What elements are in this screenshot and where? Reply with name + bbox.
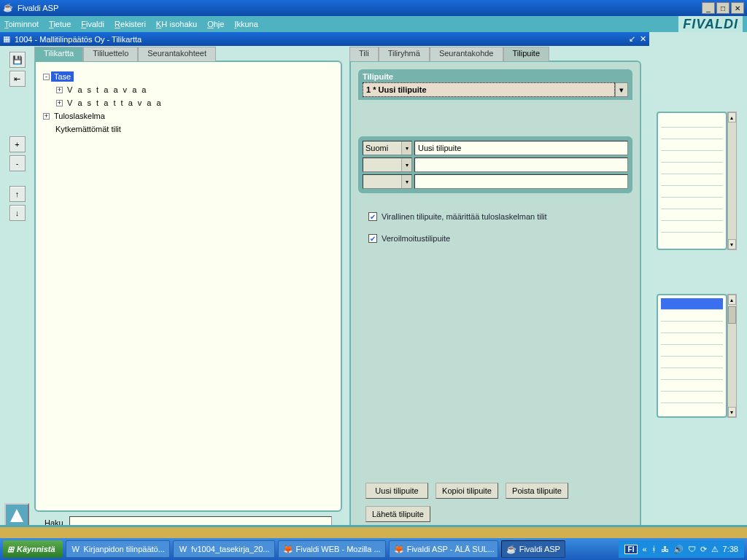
laheta-tilipuite-button[interactable]: Lähetä tilipuite bbox=[365, 506, 430, 522]
tab-tiliryhma[interactable]: Tiliryhmä bbox=[379, 47, 430, 61]
clock[interactable]: 7:38 bbox=[723, 545, 738, 553]
move-down-button[interactable]: ↓ bbox=[9, 205, 26, 221]
shield-icon[interactable]: ⚠ bbox=[711, 545, 719, 554]
tab-seurantakohde[interactable]: Seurantakohde bbox=[430, 47, 503, 61]
tilipuite-name-1[interactable] bbox=[414, 141, 628, 155]
save-button[interactable]: 💾 bbox=[9, 52, 26, 68]
start-button[interactable]: ⊞ Käynnistä bbox=[3, 540, 63, 558]
language-select-3[interactable]: ▾ bbox=[363, 174, 412, 189]
menu-ohje[interactable]: Ohje bbox=[207, 20, 224, 28]
checkbox-virallinen[interactable]: ✔ bbox=[368, 212, 377, 221]
floppy-icon: 💾 bbox=[12, 55, 23, 65]
arrow-up-icon: ↑ bbox=[15, 190, 20, 198]
import-button[interactable]: ⇤ bbox=[9, 71, 26, 87]
chevron-down-icon: ▾ bbox=[401, 175, 411, 188]
tab-tilipuite[interactable]: Tilipuite bbox=[503, 47, 550, 61]
firefox-icon: 🦊 bbox=[394, 544, 404, 554]
status-strip bbox=[0, 525, 747, 538]
tab-tili[interactable]: Tili bbox=[349, 47, 379, 61]
right-tabstrip: Tili Tiliryhmä Seurantakohde Tilipuite bbox=[349, 46, 641, 61]
close-button[interactable]: ✕ bbox=[731, 2, 744, 14]
tilipuite-panel: Tilipuite 1 * Uusi tilipuite ▾ Suomi▾ ▾ bbox=[349, 61, 641, 534]
poista-tilipuite-button[interactable]: Poista tilipuite bbox=[506, 483, 568, 499]
language-indicator[interactable]: FI bbox=[624, 545, 638, 554]
plus-button[interactable]: + bbox=[9, 136, 26, 152]
language-select-2[interactable]: ▾ bbox=[363, 158, 412, 172]
maximize-button[interactable]: □ bbox=[716, 2, 729, 14]
menu-rekisteri[interactable]: Rekisteri bbox=[115, 20, 146, 28]
checkbox-veroilmoitus[interactable]: ✔ bbox=[368, 234, 377, 243]
uusi-tilipuite-button[interactable]: Uusi tilipuite bbox=[365, 483, 428, 499]
scroll-down-icon[interactable]: ▾ bbox=[728, 239, 736, 249]
subwindow-title: 1004 - Mallitilinpäätös Oy - Tilikartta bbox=[15, 35, 142, 44]
firefox-icon: 🦊 bbox=[283, 544, 293, 554]
chevron-down-icon: ▾ bbox=[401, 158, 411, 171]
taskbar-task[interactable]: Wfv1004_tasekirja_20... bbox=[173, 540, 275, 558]
word-icon: W bbox=[178, 544, 188, 554]
chevron-down-icon: ▾ bbox=[401, 141, 411, 155]
scroll-down-icon[interactable]: ▾ bbox=[728, 407, 736, 417]
menu-fivaldi[interactable]: Fivaldi bbox=[81, 20, 104, 28]
windows-icon: ⊞ bbox=[7, 545, 14, 554]
brand-logo: FIVALDI bbox=[678, 16, 743, 32]
plus-icon: + bbox=[15, 140, 19, 149]
menu-tietue[interactable]: Tietue bbox=[49, 20, 71, 28]
tree-node-vastattavaa[interactable]: + V a s t a t t a v a a bbox=[56, 96, 333, 109]
scroll-up-icon[interactable]: ▴ bbox=[728, 295, 736, 305]
language-select-1[interactable]: Suomi▾ bbox=[363, 141, 412, 155]
tree-node-vastaavaa[interactable]: + V a s t a a v a a bbox=[56, 83, 333, 96]
taskbar: ⊞ Käynnistä WKirjanpidon tilinpäätö... W… bbox=[0, 538, 747, 560]
minus-icon: - bbox=[16, 159, 19, 168]
left-toolbar: 💾 ⇤ + - ↑ ↓ bbox=[0, 46, 34, 534]
tray-expand-icon[interactable]: « bbox=[642, 545, 646, 553]
window-title: Fivaldi ASP bbox=[18, 4, 58, 12]
kopioi-tilipuite-button[interactable]: Kopioi tilipuite bbox=[436, 483, 498, 499]
java-icon: ☕ bbox=[3, 3, 13, 13]
tab-tililuettelo[interactable]: Tililuettelo bbox=[83, 47, 138, 61]
tree-node-tuloslaskelma[interactable]: + Tuloslaskelma bbox=[43, 109, 333, 122]
left-tabstrip: Tilikartta Tililuettelo Seurantakohteet bbox=[34, 46, 342, 61]
arrow-down-icon: ↓ bbox=[15, 209, 20, 217]
network-icon[interactable]: 🖧 bbox=[661, 545, 669, 553]
tab-tilikartta[interactable]: Tilikartta bbox=[34, 47, 83, 61]
minus-button[interactable]: - bbox=[9, 155, 26, 171]
volume-icon[interactable]: 🔊 bbox=[673, 545, 684, 554]
tilipuite-select[interactable]: 1 * Uusi tilipuite bbox=[363, 82, 615, 97]
tab-seurantakohteet[interactable]: Seurantakohteet bbox=[138, 47, 216, 61]
menu-toiminnot[interactable]: Toiminnot bbox=[4, 20, 39, 28]
taskbar-task[interactable]: 🦊Fivaldi ASP - ÄLÄ SUL... bbox=[389, 540, 498, 558]
java-icon: ☕ bbox=[506, 544, 516, 554]
fivaldi-logo-square bbox=[4, 503, 29, 528]
taskbar-task[interactable]: WKirjanpidon tilinpäätö... bbox=[66, 540, 170, 558]
tree-panel: - Tase + V a s t a a v a a + V a s t a t… bbox=[34, 61, 342, 512]
tilipuite-name-3[interactable] bbox=[414, 174, 628, 189]
background-window-lists: ▴ ▾ ▴ ▾ bbox=[657, 112, 737, 447]
menu-ikkuna[interactable]: Ikkuna bbox=[234, 20, 258, 28]
taskbar-task[interactable]: 🦊Fivaldi WEB - Mozilla ... bbox=[278, 540, 386, 558]
update-icon[interactable]: ⟳ bbox=[700, 545, 707, 554]
tree-node-tase[interactable]: - Tase bbox=[43, 70, 333, 83]
subwindow-icon: ▦ bbox=[3, 34, 10, 44]
minimize-button[interactable]: _ bbox=[702, 2, 715, 14]
word-icon: W bbox=[71, 544, 81, 554]
checkbox-veroilmoitus-label: Veroilmoitustilipuite bbox=[382, 234, 450, 243]
bluetooth-icon[interactable]: ᚼ bbox=[651, 545, 657, 553]
menu-khisohaku[interactable]: KH isohaku bbox=[156, 20, 197, 28]
tilipuite-name-2[interactable] bbox=[414, 158, 628, 172]
subwindow-restore-icon[interactable]: ↙ bbox=[629, 34, 635, 44]
dropdown-arrow-icon[interactable]: ▾ bbox=[615, 82, 628, 97]
tree-expand-icon[interactable]: + bbox=[56, 87, 63, 93]
subwindow-close-icon[interactable]: ✕ bbox=[640, 34, 646, 44]
tree-node-kytkemattomat[interactable]: Kytkemättömät tilit bbox=[43, 122, 333, 136]
move-up-button[interactable]: ↑ bbox=[9, 186, 26, 202]
antivirus-icon[interactable]: 🛡 bbox=[688, 545, 696, 553]
tree-collapse-icon[interactable]: - bbox=[43, 74, 50, 80]
svg-marker-0 bbox=[10, 509, 23, 522]
tilipuite-header: Tilipuite bbox=[363, 72, 628, 81]
taskbar-task-active[interactable]: ☕Fivaldi ASP bbox=[501, 540, 565, 558]
system-tray: FI « ᚼ 🖧 🔊 🛡 ⟳ ⚠ 7:38 bbox=[619, 540, 744, 558]
menu-bar: Toiminnot Tietue Fivaldi Rekisteri KH is… bbox=[0, 16, 747, 32]
scroll-up-icon[interactable]: ▴ bbox=[728, 112, 736, 122]
tree-expand-icon[interactable]: + bbox=[43, 113, 50, 120]
tree-expand-icon[interactable]: + bbox=[56, 100, 63, 106]
